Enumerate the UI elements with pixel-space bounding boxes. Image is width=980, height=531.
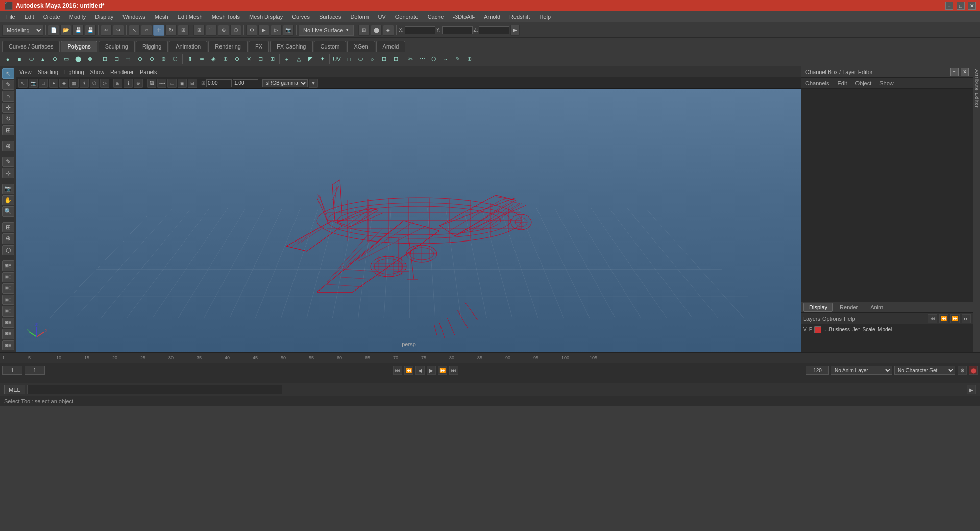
pan-tool-left[interactable]: ✋: [2, 195, 14, 205]
poke-button[interactable]: ✦: [316, 54, 328, 65]
new-scene-button[interactable]: 📄: [48, 25, 59, 36]
planar-map-button[interactable]: □: [343, 54, 354, 65]
play-back-button[interactable]: ◀: [415, 366, 425, 375]
menu-windows[interactable]: Windows: [118, 13, 150, 21]
tab-polygons[interactable]: Polygons: [61, 41, 97, 52]
menu-edit[interactable]: Edit: [20, 13, 38, 21]
vp-texture[interactable]: ▦: [69, 79, 79, 88]
y-coord-input[interactable]: [442, 26, 473, 34]
vp-menu-panels[interactable]: Panels: [140, 69, 157, 75]
timeline-ruler[interactable]: 1 5 10 15 20 25 30 35 40 45 50 55 60 65 …: [0, 353, 980, 363]
snap-curve-button[interactable]: ⌒: [206, 25, 217, 36]
disc-button[interactable]: ⬤: [72, 54, 84, 65]
save-scene-button[interactable]: 💾: [72, 25, 84, 36]
layer-next[interactable]: ⏩: [950, 314, 960, 323]
tab-animation[interactable]: Animation: [169, 41, 207, 52]
select-tool-left[interactable]: ↖: [2, 68, 14, 79]
menu-uv[interactable]: UV: [374, 13, 389, 21]
paint-tool-left[interactable]: ✎: [2, 157, 14, 167]
layer-v-label[interactable]: V: [803, 327, 807, 332]
cube-button[interactable]: ■: [14, 54, 25, 65]
menu-3dto-all[interactable]: -3DtoAll-: [449, 13, 479, 21]
vp-field-chart[interactable]: ⊟: [188, 79, 197, 88]
snap-surface-left[interactable]: ⬡: [2, 245, 14, 255]
vp-menu-renderer[interactable]: Renderer: [110, 69, 134, 75]
coord-apply-button[interactable]: ▶: [510, 25, 520, 36]
cylindrical-map-button[interactable]: ⬭: [355, 54, 366, 65]
delete-edge-button[interactable]: ✕: [243, 54, 254, 65]
go-to-start-button[interactable]: ⏮: [393, 366, 402, 375]
char-set-settings[interactable]: ⚙: [958, 366, 967, 375]
vp-heads-up[interactable]: ℹ: [124, 79, 133, 88]
vp-resolution-gate[interactable]: ▭: [167, 79, 177, 88]
layer-color-swatch[interactable]: [814, 326, 821, 333]
vp-image-plane[interactable]: 🖼: [147, 79, 156, 88]
scale-tool-left[interactable]: ⊞: [2, 125, 14, 135]
menu-mesh-display[interactable]: Mesh Display: [245, 13, 287, 21]
snap-surface-button[interactable]: ⬡: [230, 25, 241, 36]
viewport-canvas[interactable]: persp X Y Z: [16, 89, 801, 352]
show-manip-left[interactable]: ⊕: [2, 141, 14, 151]
save-scene-as-button[interactable]: 💾: [85, 25, 96, 36]
uvs-button[interactable]: UV: [331, 54, 342, 65]
append-poly-button[interactable]: +: [281, 54, 292, 65]
zoom-tool-left[interactable]: 🔍: [2, 206, 14, 216]
vp-value-input2[interactable]: [233, 79, 258, 87]
menu-modify[interactable]: Modify: [65, 13, 90, 21]
z-coord-input[interactable]: [479, 26, 509, 34]
menu-create[interactable]: Create: [39, 13, 64, 21]
x-coord-input[interactable]: [405, 26, 435, 34]
icon-multi-8[interactable]: ⊞⊞: [2, 340, 14, 350]
layer-p-label[interactable]: P: [809, 327, 813, 332]
no-live-surface-dropdown-icon[interactable]: ▼: [345, 28, 349, 32]
icon-multi-4[interactable]: ⊞⊞: [2, 295, 14, 305]
cb-tab-show[interactable]: Show: [877, 79, 896, 87]
channel-box-close[interactable]: ✕: [961, 68, 969, 76]
icon-multi-3[interactable]: ⊞⊞: [2, 283, 14, 294]
script-execute[interactable]: ▶: [967, 385, 976, 394]
tab-curves-surfaces[interactable]: Curves / Surfaces: [2, 41, 60, 52]
end-frame-input[interactable]: [806, 366, 829, 375]
select-tool-button[interactable]: ↖: [129, 25, 140, 36]
extrude-button[interactable]: ⬆: [184, 54, 195, 65]
attribute-editor-tab[interactable]: Attribute Editor: [973, 66, 980, 352]
no-live-surface-button[interactable]: No Live Surface ▼: [299, 25, 354, 36]
lasso-select-left[interactable]: ○: [2, 91, 14, 101]
script-input[interactable]: [27, 385, 282, 394]
symmetry-button[interactable]: ◈: [383, 25, 394, 36]
show-manipulator-button[interactable]: ⊞: [358, 25, 370, 36]
current-frame-input[interactable]: [2, 366, 22, 375]
menu-mesh-tools[interactable]: Mesh Tools: [208, 13, 244, 21]
tab-xgen[interactable]: XGen: [347, 41, 375, 52]
quad-draw-button[interactable]: ⬡: [428, 54, 439, 65]
vp-shaded-wire[interactable]: ◈: [59, 79, 68, 88]
vp-motion-trail[interactable]: ⟿: [157, 79, 166, 88]
contour-stretch-button[interactable]: ⊟: [390, 54, 401, 65]
vp-shaded[interactable]: ●: [49, 79, 58, 88]
move-tool-left[interactable]: ✛: [2, 103, 14, 113]
tab-rigging[interactable]: Rigging: [136, 41, 168, 52]
display-tab-render[interactable]: Render: [834, 303, 864, 312]
bridge-button[interactable]: ⬌: [196, 54, 207, 65]
menu-cache[interactable]: Cache: [424, 13, 448, 21]
step-back-button[interactable]: ⏪: [404, 366, 413, 375]
offset-edge-button[interactable]: ⊞: [266, 54, 278, 65]
vp-select-mode[interactable]: ↖: [18, 79, 28, 88]
snap-grid-left[interactable]: ⊞: [2, 222, 14, 232]
paint-select-left[interactable]: ✎: [2, 80, 14, 90]
render-settings-button[interactable]: ⚙: [246, 25, 257, 36]
icon-multi-2[interactable]: ⊞⊞: [2, 272, 14, 282]
display-tab-anim[interactable]: Anim: [865, 303, 889, 312]
vp-xray[interactable]: ⬡: [90, 79, 99, 88]
cb-tab-edit[interactable]: Edit: [835, 79, 849, 87]
camera-tool-left[interactable]: 📷: [2, 184, 14, 194]
vp-menu-view[interactable]: View: [19, 69, 32, 75]
soft-mod-button[interactable]: ⊕: [463, 54, 475, 65]
vp-isolation[interactable]: ◎: [100, 79, 109, 88]
open-scene-button[interactable]: 📂: [60, 25, 71, 36]
cb-tab-object[interactable]: Object: [853, 79, 873, 87]
tab-sculpting[interactable]: Sculpting: [99, 41, 135, 52]
menu-generate[interactable]: Generate: [391, 13, 423, 21]
menu-mesh[interactable]: Mesh: [151, 13, 173, 21]
wedge-button[interactable]: ◤: [305, 54, 316, 65]
